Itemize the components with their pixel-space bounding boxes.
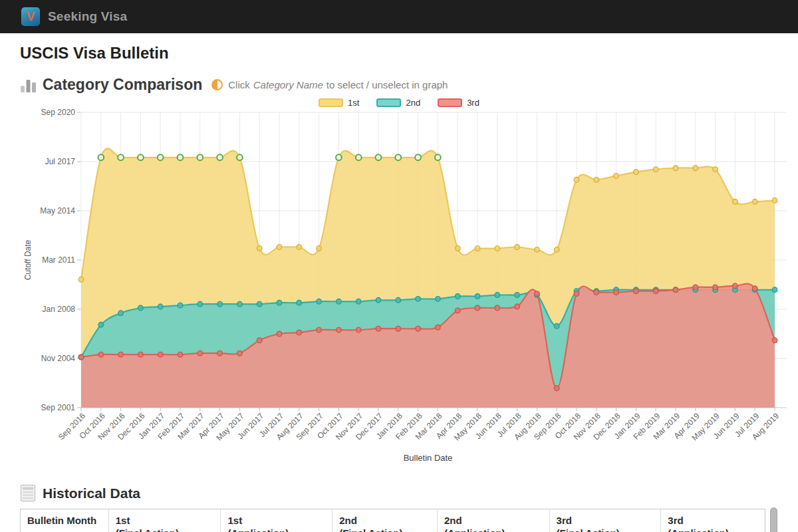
point-2nd — [217, 301, 223, 307]
column-header-2nd: 2nd(Application) — [438, 509, 550, 532]
point-2nd — [178, 303, 183, 308]
point-3rd — [98, 352, 104, 357]
point-3rd — [118, 352, 124, 357]
point-1st — [574, 177, 579, 182]
point-3rd — [217, 350, 223, 356]
column-header-line1: 2nd — [444, 515, 543, 527]
column-header-line2: (Application) — [444, 527, 543, 532]
point-current-1st — [138, 154, 144, 160]
point-current-1st — [237, 154, 243, 160]
point-3rd — [594, 290, 599, 295]
column-header-line1: 2nd — [339, 515, 430, 527]
legend-label[interactable]: 2nd — [406, 98, 420, 108]
column-header-line1: 3rd — [668, 515, 758, 527]
y-tick-label: Jan 2008 — [43, 305, 76, 314]
point-2nd — [237, 301, 243, 307]
point-3rd — [673, 287, 678, 293]
bar-chart-icon — [20, 77, 37, 93]
point-2nd — [198, 301, 203, 307]
page-title: USCIS Visa Bulletin — [20, 44, 798, 63]
point-1st — [733, 200, 738, 205]
chart-hint: Click Category Name to select / unselect… — [211, 79, 448, 90]
brand-name[interactable]: Seeking Visa — [48, 9, 127, 24]
point-1st — [495, 246, 500, 251]
point-1st — [257, 246, 262, 251]
table-scrollbar — [769, 507, 778, 532]
column-header-3rd: 3rd(Final Action) — [550, 509, 662, 532]
point-3rd — [535, 291, 540, 297]
column-header-2nd: 2nd(Final Action) — [332, 509, 438, 532]
point-2nd — [356, 299, 361, 305]
column-header-line1: 3rd — [557, 515, 654, 527]
point-1st — [673, 166, 678, 171]
point-3rd — [396, 326, 401, 331]
point-1st — [752, 200, 757, 205]
point-3rd — [495, 305, 500, 311]
column-header-bulletin-month: Bulletin Month — [21, 509, 109, 532]
point-3rd — [416, 326, 421, 331]
point-current-1st — [356, 154, 362, 160]
point-current-1st — [197, 154, 203, 160]
point-3rd — [634, 289, 639, 294]
point-3rd — [455, 308, 460, 313]
point-1st — [634, 170, 639, 175]
point-1st — [535, 247, 540, 253]
point-1st — [713, 167, 718, 172]
point-current-1st — [336, 154, 342, 160]
hint-category-name: Category Name — [253, 79, 323, 90]
y-tick-label: Jul 2017 — [45, 157, 76, 166]
brand-logo-icon[interactable]: V — [21, 7, 40, 26]
point-3rd — [475, 305, 480, 311]
point-3rd — [356, 327, 361, 332]
legend-label[interactable]: 3rd — [467, 98, 479, 108]
category-chart: Sep 2001Nov 2004Jan 2008Mar 2011May 2014… — [0, 108, 798, 469]
point-3rd — [614, 290, 619, 295]
y-tick-label: Mar 2011 — [42, 255, 75, 265]
point-1st — [554, 247, 559, 253]
point-2nd — [277, 300, 282, 305]
point-2nd — [118, 311, 124, 316]
legend-label[interactable]: 1st — [348, 98, 359, 108]
point-2nd — [336, 299, 342, 305]
half-circle-icon — [211, 79, 223, 90]
point-1st — [317, 246, 322, 251]
point-current-1st — [395, 154, 401, 160]
point-2nd — [317, 299, 322, 305]
point-current-1st — [98, 154, 104, 160]
point-2nd — [475, 294, 480, 299]
point-3rd — [336, 327, 342, 332]
column-header-3rd: 3rd(Application) — [661, 509, 765, 532]
point-current-1st — [415, 154, 421, 160]
point-3rd — [772, 338, 777, 343]
point-1st — [297, 245, 302, 250]
legend-item-2nd[interactable]: 2nd — [376, 98, 420, 108]
column-header-1st: 1st(Application) — [221, 509, 332, 532]
point-3rd — [138, 352, 144, 357]
point-current-1st — [118, 154, 124, 160]
table-section-header: Historical Data — [20, 484, 798, 502]
point-1st — [614, 174, 619, 179]
legend-item-3rd[interactable]: 3rd — [438, 98, 479, 108]
point-2nd — [416, 297, 421, 302]
hint-suffix: to select / unselect in graph — [327, 79, 448, 90]
column-header-line2: (Final Action) — [339, 527, 430, 532]
point-1st — [693, 166, 698, 171]
y-tick-label: Sep 2001 — [41, 403, 76, 412]
scrollbar-thumb[interactable] — [770, 507, 777, 532]
point-current-1st — [158, 154, 164, 160]
column-header-line1: Bulletin Month — [27, 515, 102, 527]
point-2nd — [554, 324, 559, 329]
point-1st — [515, 245, 520, 250]
navbar: V Seeking Visa — [0, 0, 798, 33]
legend-swatch-icon — [319, 98, 343, 107]
point-1st — [475, 246, 480, 251]
table-section-title: Historical Data — [43, 485, 140, 501]
hint-prefix: Click — [228, 79, 250, 90]
point-3rd — [436, 325, 441, 330]
chart-section-header: Category Comparison Click Category Name … — [20, 76, 798, 94]
column-header-line2: (Application) — [227, 527, 325, 532]
legend-item-1st[interactable]: 1st — [319, 98, 359, 108]
point-2nd — [98, 323, 104, 328]
point-3rd — [693, 285, 698, 290]
point-3rd — [515, 304, 520, 309]
